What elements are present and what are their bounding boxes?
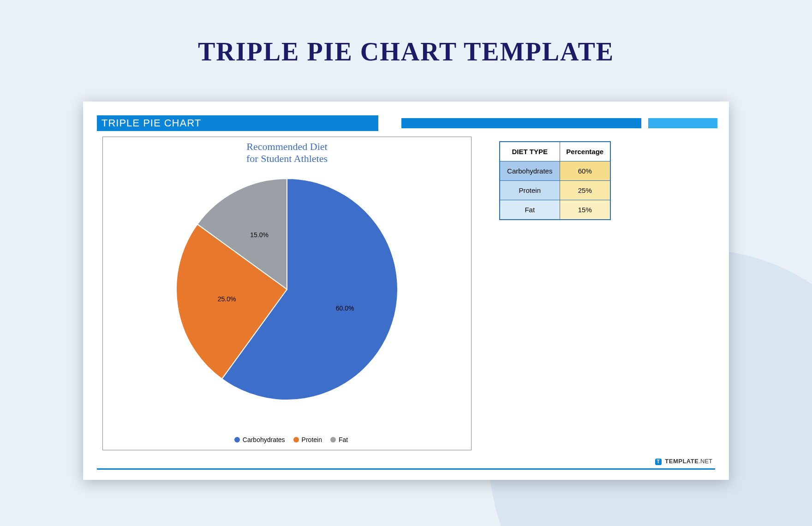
chart-title-line2: for Student Athletes [246, 153, 328, 164]
header-stripe-mid [401, 118, 641, 128]
table-cell-category: Protein [500, 181, 560, 200]
legend-swatch [330, 437, 336, 442]
table-cell-value: 60% [560, 161, 610, 181]
table-cell-value: 25% [560, 181, 610, 200]
legend-swatch [293, 437, 299, 442]
card-header-bar: TRIPLE PIE CHART [97, 115, 715, 132]
chart-title-line1: Recommended Diet [246, 141, 327, 152]
table-head-diet-type: DIET TYPE [500, 142, 560, 161]
legend-label: Carbohydrates [243, 436, 285, 443]
legend-label: Fat [339, 436, 348, 443]
card-header-title: TRIPLE PIE CHART [97, 115, 378, 131]
legend-swatch [234, 437, 240, 442]
footer-divider [97, 468, 715, 470]
header-stripe-right [648, 118, 717, 128]
data-table: DIET TYPE Percentage Carbohydrates 60% P… [499, 141, 611, 220]
brand-tld: .NET [699, 458, 712, 465]
table-cell-category: Fat [500, 200, 560, 220]
table-cell-category: Carbohydrates [500, 161, 560, 181]
chart-legend: CarbohydratesProteinFat [103, 436, 471, 443]
table-cell-value: 15% [560, 200, 610, 220]
pie-slice-label: 60.0% [336, 305, 354, 312]
chart-title: Recommended Diet for Student Athletes [103, 141, 471, 165]
brand-name: TEMPLATE [665, 458, 699, 465]
table-row: Fat 15% [500, 200, 610, 220]
page-title: TRIPLE PIE CHART TEMPLATE [0, 37, 812, 66]
template-card: TRIPLE PIE CHART Recommended Diet for St… [83, 102, 729, 480]
table-row: Carbohydrates 60% [500, 161, 610, 181]
pie-slice-label: 15.0% [250, 231, 269, 239]
table-header-row: DIET TYPE Percentage [500, 142, 610, 161]
table-row: Protein 25% [500, 181, 610, 200]
pie-chart-panel: Recommended Diet for Student Athletes 60… [102, 137, 472, 450]
pie-chart: 60.0%25.0%15.0% [172, 174, 402, 405]
pie-slice-label: 25.0% [218, 295, 236, 303]
table-head-percentage: Percentage [560, 142, 610, 161]
legend-label: Protein [302, 436, 322, 443]
brand-logo-icon: T [655, 459, 662, 465]
brand-mark: T TEMPLATE.NET [655, 458, 712, 465]
